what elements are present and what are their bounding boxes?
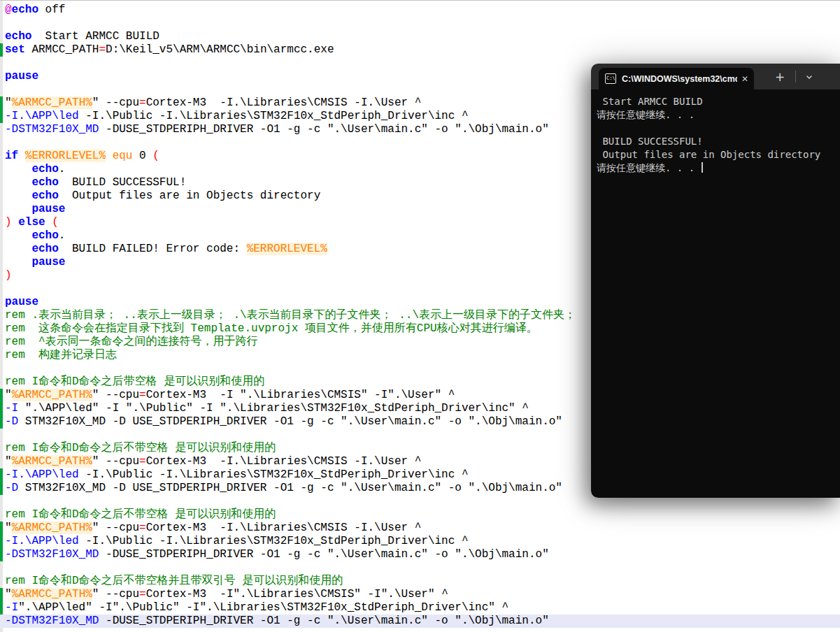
desktop: @echo offecho Start ARMCC BUILDset ARMCC… — [0, 0, 840, 632]
code-token — [5, 256, 31, 268]
code-token: BUILD FAILED! Error code: — [59, 243, 247, 255]
code-token: rem I命令和D命令之后不带空格 是可以识别和使用的 — [5, 442, 276, 454]
code-token: rem .表示当前目录； ..表示上一级目录； .\表示当前目录下的子文件夹； … — [5, 309, 576, 322]
change-marker — [0, 389, 3, 402]
code-line: set ARMCC_PATH=D:\Keil_v5\ARM\ARMCC\bin\… — [0, 43, 840, 57]
code-token: -I.\Public -I.\Libraries\STM32F10x_StdPe… — [79, 535, 469, 547]
code-token: -I.\APP\led — [5, 535, 79, 547]
code-token: Cortex-M3 -I ".\Libraries\CMSIS" -I".\Us… — [146, 389, 455, 401]
code-token: echo — [31, 229, 58, 242]
code-token: ARMCC_PATH — [25, 43, 99, 56]
code-line — [0, 561, 840, 575]
change-marker — [0, 522, 3, 535]
change-marker — [0, 110, 3, 123]
tab-bar-controls: + — [771, 70, 816, 84]
code-token: BUILD SUCCESSFUL! — [59, 176, 186, 189]
change-marker — [0, 482, 3, 495]
terminal-tab-title: C:\WINDOWS\system32\cmd. — [622, 74, 737, 84]
code-line: -DSTM32F10X_MD -DUSE_STDPERIPH_DRIVER -O… — [0, 548, 840, 561]
code-token: equ — [113, 150, 133, 162]
code-token: = — [139, 522, 146, 534]
code-token: pause — [5, 70, 38, 82]
code-token: %ARMCC_PATH% — [12, 588, 92, 601]
terminal-line: Output files are in Objects directory — [597, 148, 840, 161]
code-token — [5, 203, 31, 215]
change-marker — [0, 415, 3, 429]
code-token — [12, 216, 19, 229]
code-token: . — [59, 229, 66, 242]
code-token: %ARMCC_PATH% — [12, 96, 92, 109]
code-line: rem I命令和D命令之后不带空格 是可以识别和使用的 — [0, 508, 840, 522]
code-token: %ERRORLEVEL% — [247, 243, 327, 255]
code-token: rem I命令和D命令之后不带空格并且带双引号 是可以识别和使用的 — [5, 575, 343, 587]
terminal-line: BUILD SUCCESSFUL! — [597, 135, 840, 148]
code-token: %ERRORLEVEL% — [25, 150, 106, 162]
code-token: rem ^表示同一条命令之间的连接符号，用于跨行 — [5, 336, 258, 348]
code-token: " --cpu — [92, 389, 139, 401]
code-line: @echo off — [0, 3, 840, 17]
close-tab-icon[interactable]: ✕ — [741, 74, 748, 84]
code-token — [5, 163, 31, 175]
code-token: " --cpu — [92, 522, 139, 534]
code-line: "%ARMCC_PATH%" --cpu=Cortex-M3 -I.\Libra… — [0, 522, 840, 535]
code-token: ) — [5, 216, 12, 229]
terminal-tab-bar: C:\ C:\WINDOWS\system32\cmd. ✕ + — [591, 64, 840, 89]
change-marker — [0, 548, 3, 561]
tab-dropdown-button[interactable] — [802, 73, 816, 81]
code-token: rem 这条命令会在指定目录下找到 Template.uvprojx 项目文件，… — [5, 322, 538, 335]
code-token: -D — [5, 415, 18, 428]
code-token: ( — [152, 150, 159, 162]
code-token: STM32F10X_MD -D USE_STDPERIPH_DRIVER -O1… — [18, 482, 562, 494]
terminal-output[interactable]: Start ARMCC BUILD请按任意键继续. . . BUILD SUCC… — [591, 89, 840, 498]
new-tab-button[interactable]: + — [771, 70, 789, 84]
code-token: = — [139, 455, 146, 468]
code-token: pause — [31, 203, 65, 215]
code-line: echo Start ARMCC BUILD — [0, 30, 840, 43]
change-marker — [0, 402, 3, 415]
change-marker — [0, 468, 3, 482]
code-token: STM32F10X_MD -D USE_STDPERIPH_DRIVER -O1… — [18, 415, 562, 428]
code-token: " --cpu — [92, 588, 139, 601]
code-line — [0, 17, 840, 30]
code-token: %ARMCC_PATH% — [12, 389, 92, 401]
code-token — [5, 176, 31, 189]
code-token: Cortex-M3 -I.\Libraries\CMSIS -I.\User ^ — [146, 455, 422, 468]
terminal-line: 请按任意键继续. . . — [597, 161, 840, 175]
tab-bar-divider — [795, 71, 796, 82]
terminal-line — [597, 122, 840, 135]
code-token: -I — [5, 402, 18, 415]
terminal-line: Start ARMCC BUILD — [597, 95, 840, 108]
code-token: -I.\APP\led — [5, 468, 79, 481]
code-token — [106, 150, 113, 162]
code-line: -DSTM32F10X_MD -DUSE_STDPERIPH_DRIVER -O… — [0, 615, 840, 628]
terminal-line: 请按任意键继续. . . — [597, 108, 840, 122]
change-marker — [0, 96, 3, 110]
code-token: off — [38, 3, 65, 16]
code-token: ( — [52, 216, 59, 229]
code-token: -DUSE_STDPERIPH_DRIVER -O1 -g -c ".\User… — [99, 123, 548, 136]
code-token: = — [99, 43, 106, 56]
code-token: -DSTM32F10X_MD — [5, 123, 99, 136]
code-token: " — [5, 588, 12, 601]
code-token — [18, 150, 25, 162]
code-token: -DUSE_STDPERIPH_DRIVER -O1 -g -c ".\User… — [99, 615, 548, 627]
code-token: Start ARMCC BUILD — [31, 30, 159, 43]
code-token: ".\APP\led" -I".\Public" -I".\Libraries\… — [18, 601, 508, 614]
code-token: -I.\Public -I.\Libraries\STM32F10x_StdPe… — [79, 110, 469, 122]
code-token: D:\Keil_v5\ARM\ARMCC\bin\armcc.exe — [106, 43, 334, 56]
code-token: %ARMCC_PATH% — [12, 455, 92, 468]
terminal-tab-cmd[interactable]: C:\ C:\WINDOWS\system32\cmd. ✕ — [599, 68, 754, 89]
code-token — [5, 243, 31, 255]
change-marker — [0, 588, 3, 601]
code-token: -DSTM32F10X_MD — [5, 548, 99, 561]
code-token: rem I命令和D命令之后不带空格 是可以识别和使用的 — [5, 508, 276, 521]
code-token: echo — [12, 3, 38, 16]
code-token: " — [5, 96, 12, 109]
code-token: -I.\Public -I.\Libraries\STM32F10x_StdPe… — [79, 468, 469, 481]
code-token: @ — [5, 3, 12, 16]
code-token: . — [59, 163, 66, 175]
code-token: ".\APP\led" -I ".\Public" -I ".\Librarie… — [18, 402, 529, 415]
terminal-cursor — [702, 162, 703, 173]
cmd-icon: C:\ — [605, 73, 616, 84]
code-token: pause — [31, 256, 65, 268]
